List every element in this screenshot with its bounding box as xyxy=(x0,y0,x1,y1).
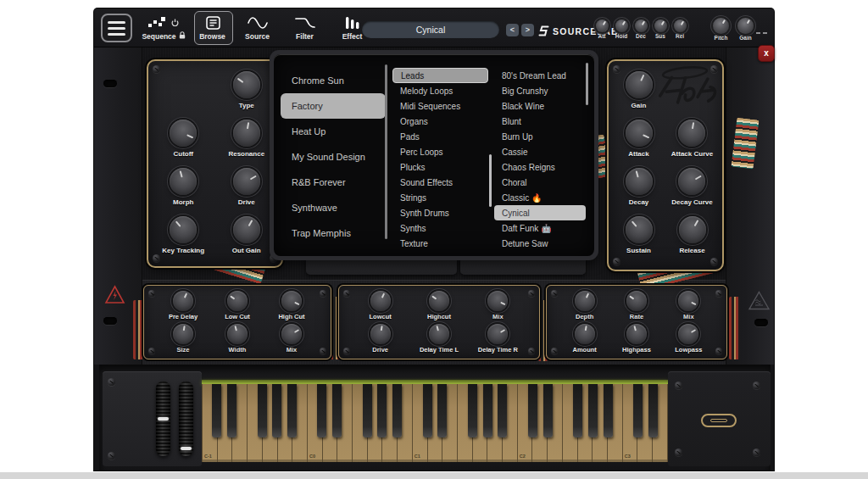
piano-key-black[interactable] xyxy=(317,384,326,437)
piano-key-black[interactable] xyxy=(648,384,658,437)
preset-item[interactable]: Detune Saw xyxy=(494,236,586,251)
piano-key-black[interactable] xyxy=(212,384,221,437)
category-item[interactable]: Texture xyxy=(392,236,488,251)
knob[interactable] xyxy=(487,324,508,344)
category-item[interactable]: Synth Drums xyxy=(392,205,488,220)
preset-item[interactable]: Cassie xyxy=(494,144,586,159)
piano-key-black[interactable] xyxy=(543,384,553,437)
knob[interactable] xyxy=(233,216,260,243)
nav-button[interactable]: Browse xyxy=(194,11,233,45)
macro-knob[interactable] xyxy=(596,19,609,32)
macro-knob[interactable] xyxy=(654,19,667,32)
nav-button[interactable]: Source xyxy=(236,11,281,45)
category-item[interactable]: Synths xyxy=(392,220,488,236)
knob[interactable] xyxy=(429,324,449,344)
bank-scrollbar[interactable] xyxy=(385,64,387,239)
knob[interactable] xyxy=(233,120,260,147)
piano-key-black[interactable] xyxy=(437,384,447,437)
piano-key-black[interactable] xyxy=(377,384,387,437)
knob[interactable] xyxy=(575,324,595,344)
piano-key-black[interactable] xyxy=(483,384,492,437)
piano-key-black[interactable] xyxy=(272,384,281,437)
knob[interactable] xyxy=(281,324,302,344)
knob[interactable] xyxy=(678,120,705,147)
piano-key-black[interactable] xyxy=(588,384,598,437)
piano-key-black[interactable] xyxy=(633,384,643,437)
preset-item[interactable]: 80's Dream Lead xyxy=(494,68,586,83)
bank-item[interactable]: R&B Forever xyxy=(281,170,386,195)
nav-button[interactable]: Sequence xyxy=(136,11,191,45)
knob[interactable] xyxy=(626,324,647,344)
preset-item[interactable]: Chaos Reigns xyxy=(494,159,586,175)
piano-key-black[interactable] xyxy=(363,384,372,437)
pitch-wheel[interactable] xyxy=(156,382,170,456)
preset-next-button[interactable]: > xyxy=(521,24,534,36)
knob[interactable] xyxy=(227,291,248,311)
knob[interactable] xyxy=(626,120,653,147)
knob[interactable] xyxy=(678,324,698,344)
preset-item[interactable]: Choral xyxy=(494,175,586,190)
macro-knob[interactable] xyxy=(615,19,628,32)
knob[interactable] xyxy=(227,324,248,344)
piano-key-black[interactable] xyxy=(498,384,507,437)
master-knob[interactable] xyxy=(737,18,754,34)
piano-key-black[interactable] xyxy=(227,384,236,437)
category-item[interactable]: Pads xyxy=(392,129,488,144)
knob[interactable] xyxy=(370,291,391,311)
piano-key-black[interactable] xyxy=(468,384,477,437)
knob[interactable] xyxy=(679,216,706,243)
piano-key-black[interactable] xyxy=(332,384,342,437)
bank-item[interactable]: My Sound Design xyxy=(281,144,386,170)
macro-knob[interactable] xyxy=(674,19,687,32)
category-item[interactable]: Sound Effects xyxy=(392,175,488,190)
menu-button[interactable] xyxy=(101,14,132,42)
knob[interactable] xyxy=(429,291,449,311)
knob[interactable] xyxy=(233,71,260,98)
bank-item[interactable]: Factory xyxy=(281,93,386,119)
knob[interactable] xyxy=(170,168,197,195)
macro-knob[interactable] xyxy=(635,19,648,32)
mod-wheel[interactable] xyxy=(179,382,193,456)
piano-key-black[interactable] xyxy=(573,384,582,437)
knob[interactable] xyxy=(173,324,193,344)
piano-key-black[interactable] xyxy=(392,384,402,437)
preset-item[interactable]: Daft Funk 🤖 xyxy=(494,220,586,236)
knob[interactable] xyxy=(487,291,508,311)
bank-item[interactable]: Heat Up xyxy=(281,119,386,144)
piano-key-black[interactable] xyxy=(258,384,267,437)
resize-handle[interactable] xyxy=(756,32,767,34)
piano-key-black[interactable] xyxy=(423,384,432,437)
preset-item[interactable]: Cynical xyxy=(494,205,586,220)
bank-item[interactable]: Synthwave xyxy=(281,195,386,220)
piano-key-black[interactable] xyxy=(287,384,297,437)
bank-item[interactable]: Chrome Sun xyxy=(281,68,386,93)
knob[interactable] xyxy=(678,291,698,311)
knob[interactable] xyxy=(173,291,193,311)
preset-item[interactable]: Big Crunshy xyxy=(494,83,586,98)
category-scrollbar[interactable] xyxy=(489,154,492,207)
knob[interactable] xyxy=(170,120,197,147)
knob[interactable] xyxy=(626,71,653,98)
preset-scrollbar[interactable] xyxy=(586,63,588,105)
preset-prev-button[interactable]: < xyxy=(506,24,519,36)
category-item[interactable]: Perc Loops xyxy=(392,144,488,159)
piano-key-black[interactable] xyxy=(604,384,613,437)
knob[interactable] xyxy=(281,291,302,311)
preset-item[interactable]: Burn Up xyxy=(494,129,586,144)
preset-item[interactable]: Blunt xyxy=(494,114,586,129)
category-item[interactable]: Midi Sequences xyxy=(392,98,488,114)
preset-item[interactable]: Black Wine xyxy=(494,98,586,114)
category-item[interactable]: Melody Loops xyxy=(392,83,488,98)
knob[interactable] xyxy=(626,168,653,195)
knob[interactable] xyxy=(170,216,197,243)
knob[interactable] xyxy=(233,168,260,195)
knob[interactable] xyxy=(678,168,705,195)
knob[interactable] xyxy=(626,216,653,243)
preset-display[interactable]: Cynical xyxy=(362,21,499,38)
category-item[interactable]: Plucks xyxy=(392,159,488,175)
category-item[interactable]: Strings xyxy=(392,190,488,205)
piano-key-black[interactable] xyxy=(528,384,537,437)
category-item[interactable]: Leads xyxy=(392,68,488,83)
nav-button[interactable]: Filter xyxy=(284,11,328,45)
close-button[interactable]: x xyxy=(758,45,775,62)
